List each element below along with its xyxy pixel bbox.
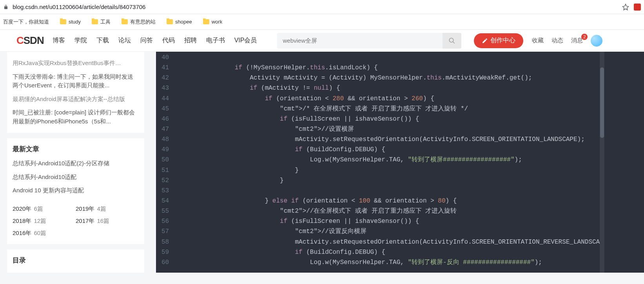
latest-card: 最新文章 总结系列-Android10适配(2)-分区存储 总结系列-Andro… xyxy=(7,138,144,244)
search-input[interactable] xyxy=(277,33,443,49)
bookmark-folder-tools[interactable]: 工具 xyxy=(92,18,111,25)
nav-favorites[interactable]: 收藏 xyxy=(532,37,544,44)
bookmark-item[interactable]: 百度一下，你就知道 xyxy=(3,18,49,25)
svg-point-0 xyxy=(450,38,454,42)
nav-blog[interactable]: 博客 xyxy=(53,36,65,45)
folder-icon xyxy=(60,19,66,24)
comment-title[interactable]: 最易懂的Android屏幕适配解决方案--总结版 xyxy=(13,92,139,106)
scrollbar-thumb[interactable] xyxy=(600,67,604,138)
archive-item[interactable]: 2018年12篇 xyxy=(13,215,76,227)
comment-body[interactable]: 时间_已被注册: [code=plain] 设计师们一般都会用最新的iPhone… xyxy=(13,106,139,128)
nav-code[interactable]: 代码 xyxy=(162,36,175,45)
latest-item[interactable]: 总结系列-Android10适配(2)-分区存储 xyxy=(13,157,139,170)
line-gutter: 4041424344454647484950515253545556575859… xyxy=(156,52,173,273)
nav-qa[interactable]: 问答 xyxy=(140,36,153,45)
url-text[interactable]: blog.csdn.net/u011200604/article/details… xyxy=(13,4,617,10)
archive-item[interactable]: 2019年4篇 xyxy=(76,203,139,215)
main-nav: 博客 学院 下载 论坛 问答 代码 招聘 电子书 VIP会员 xyxy=(53,36,257,45)
comment-title[interactable]: 用RxJava实现Rxbus替换EventBus事件… xyxy=(13,56,139,70)
pen-icon xyxy=(482,38,488,44)
folder-icon xyxy=(203,19,209,24)
search-box xyxy=(277,33,461,49)
latest-item[interactable]: Android 10 更新内容与适配 xyxy=(13,184,139,197)
comments-card: 用RxJava实现Rxbus替换EventBus事件… 下雨天没带雨伞: 博主问… xyxy=(7,52,144,133)
archive-item[interactable]: 2016年60篇 xyxy=(13,227,76,239)
extension-icon[interactable] xyxy=(634,4,641,11)
nav-download[interactable]: 下载 xyxy=(96,36,109,45)
bookmark-folder-study[interactable]: study xyxy=(60,19,81,25)
latest-heading: 最新文章 xyxy=(13,143,139,157)
folder-icon xyxy=(92,19,98,24)
search-button[interactable] xyxy=(443,33,461,49)
toc-heading: 目录 xyxy=(13,254,139,268)
nav-messages[interactable]: 消息2 xyxy=(571,37,583,44)
archive-list: 2020年6篇 2019年4篇 2018年12篇 2017年16篇 2016年6… xyxy=(13,203,139,239)
code-panel: 4041424344454647484950515253545556575859… xyxy=(156,52,644,273)
lock-icon xyxy=(3,4,9,10)
code-lines: if (!MySensorHelper.this.isLandLock) { A… xyxy=(173,52,600,273)
nav-forum[interactable]: 论坛 xyxy=(118,36,131,45)
header-right: 收藏 动态 消息2 xyxy=(532,35,602,47)
browser-address-bar: blog.csdn.net/u011200604/article/details… xyxy=(0,0,644,14)
avatar[interactable] xyxy=(591,35,602,47)
comment-body[interactable]: 下雨天没带雨伞: 博主问一下，如果我同时发送两个UserEvent，在订阅界面只… xyxy=(13,70,139,92)
folder-icon xyxy=(167,19,173,24)
site-header: CSDN 博客 学院 下载 论坛 问答 代码 招聘 电子书 VIP会员 创作中心… xyxy=(0,30,644,52)
nav-academy[interactable]: 学院 xyxy=(74,36,87,45)
nav-ebook[interactable]: 电子书 xyxy=(206,36,225,45)
search-icon xyxy=(448,37,455,44)
bookmarks-bar: 百度一下，你就知道 study 工具 有意思的站 shopee work xyxy=(0,14,644,30)
scrollbar[interactable] xyxy=(600,52,604,273)
msg-badge: 2 xyxy=(581,34,588,40)
logo[interactable]: CSDN xyxy=(16,34,44,47)
archive-item[interactable]: 2020年6篇 xyxy=(13,203,76,215)
nav-vip[interactable]: VIP会员 xyxy=(234,36,257,45)
code-editor[interactable]: 4041424344454647484950515253545556575859… xyxy=(156,52,644,273)
page-body: 用RxJava实现Rxbus替换EventBus事件… 下雨天没带雨伞: 博主问… xyxy=(0,52,644,273)
nav-jobs[interactable]: 招聘 xyxy=(184,36,197,45)
star-icon[interactable] xyxy=(622,4,629,11)
bookmark-folder-work[interactable]: work xyxy=(203,19,222,25)
bookmark-folder-interesting[interactable]: 有意思的站 xyxy=(122,18,156,25)
create-button[interactable]: 创作中心 xyxy=(474,33,523,48)
bookmark-folder-shopee[interactable]: shopee xyxy=(167,19,192,25)
folder-icon xyxy=(122,19,128,24)
latest-item[interactable]: 总结系列-Android10适配 xyxy=(13,170,139,184)
sidebar: 用RxJava实现Rxbus替换EventBus事件… 下雨天没带雨伞: 博主问… xyxy=(7,52,144,273)
nav-activity[interactable]: 动态 xyxy=(551,37,563,44)
toc-card: 目录 xyxy=(7,250,144,273)
archive-item[interactable]: 2017年16篇 xyxy=(76,215,139,227)
